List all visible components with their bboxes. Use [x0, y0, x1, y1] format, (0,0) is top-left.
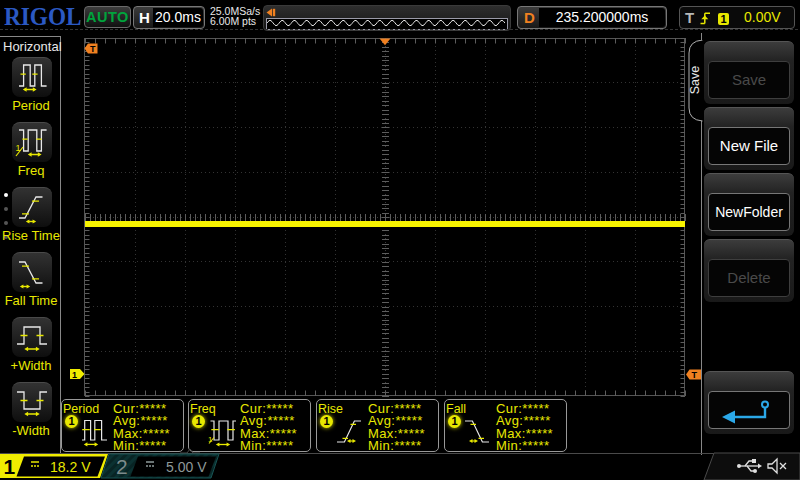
svg-text:1: 1 [4, 455, 16, 478]
svg-text:18.2 V: 18.2 V [50, 459, 91, 475]
svg-text:T: T [90, 44, 96, 54]
svg-text:Save: Save [688, 66, 702, 95]
svg-text:2: 2 [116, 455, 128, 478]
svg-text:T: T [692, 370, 698, 380]
svg-text:5.00 V: 5.00 V [166, 459, 207, 475]
svg-text:1: 1 [72, 370, 77, 380]
